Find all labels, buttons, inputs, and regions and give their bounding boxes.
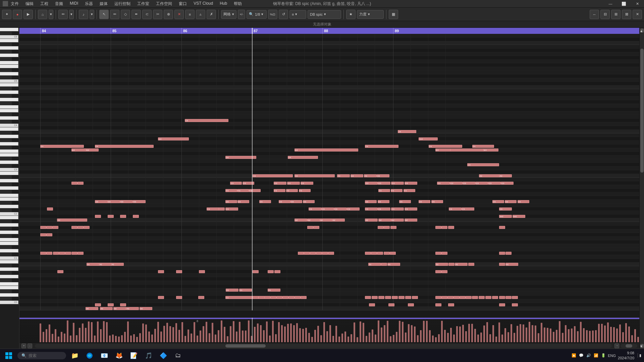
note-block-F4-3[interactable]: F4 [95,145,154,148]
start-button[interactable] [3,350,15,362]
note-block-A3-122[interactable]: A3 [377,174,389,177]
grid-row-39[interactable] [19,178,639,181]
grid-row-56[interactable] [19,240,639,244]
piano-key-F1[interactable] [0,238,18,242]
grid-row-41[interactable] [19,185,639,189]
note-block-C1-163[interactable] [412,296,418,299]
note-block-A2-142[interactable]: A2 [405,219,417,222]
note-block-G3-171[interactable]: G3 [450,182,463,185]
piano-key-D4[interactable] [0,116,18,120]
note-block-C1-206[interactable] [447,296,453,299]
piano-key-C#3[interactable] [0,164,12,168]
piano-key-E1[interactable] [0,242,18,245]
note-block-C2-149[interactable] [377,252,383,255]
piano-key-B2[interactable] [0,172,18,175]
piano-key-E0[interactable] [0,286,18,290]
grid-row-67[interactable] [19,281,639,285]
layout-btn4[interactable]: ✕ [633,10,642,19]
piano-key-G#5[interactable] [0,50,12,54]
grid-row-66[interactable] [19,277,639,281]
note-block-G2-15[interactable] [40,226,46,229]
grid-row-25[interactable] [19,126,639,130]
note-block-F3-78[interactable]: F3 [299,189,311,192]
note-block-C4-152[interactable]: C4 [467,163,499,166]
note-block-A1-197[interactable]: A1 [505,263,518,266]
note-block-A3-58[interactable]: A3 [253,174,293,177]
note-block-C1-68[interactable] [198,296,204,299]
grid-toggle[interactable]: +/- [238,10,245,19]
note-block-A1-12[interactable]: A1 [87,263,99,266]
note-block-G3-124[interactable]: G3 [378,182,390,185]
note-block-C1-215[interactable] [505,296,512,299]
menu-audio[interactable]: 音频 [54,0,64,7]
grid-row-69[interactable] [19,288,639,292]
piano-key-A1[interactable] [0,223,18,227]
note-block-C1-156[interactable] [365,296,371,299]
menu-help[interactable]: 帮助 [232,0,243,7]
grid-row-58[interactable] [19,248,639,251]
piano-key-C5[interactable]: C5 [0,79,18,83]
note-block-C1-159[interactable] [385,296,391,299]
grid-row-40[interactable] [19,181,639,185]
grid-row-72[interactable] [19,299,639,303]
grid-row-19[interactable] [19,104,639,108]
note-block-G4-165[interactable]: G4 [419,137,438,140]
note-block-D4-46[interactable]: D4 [225,156,256,159]
note-block-C3-8[interactable] [47,207,53,210]
note-block-G2-17[interactable] [52,226,58,229]
note-block-D3-7[interactable]: D3 [133,200,146,203]
note-block-C2-188[interactable] [435,252,441,255]
grid-row-46[interactable] [19,203,639,207]
menu-workspace[interactable]: 工作空间 [155,0,173,7]
note-block-A1-196[interactable] [499,263,505,266]
piano-key-D6[interactable] [0,28,18,32]
note-block-D3-81[interactable]: D3 [303,200,315,203]
note-block-C2-148[interactable] [371,252,377,255]
piano-key-C#0[interactable] [0,297,12,301]
note-block-F3-127[interactable]: F3 [378,189,390,192]
note-block-F4-0[interactable]: F4 [40,145,84,148]
toolbar-smart[interactable]: ✗ [207,10,216,19]
grid-row-0[interactable] [19,34,639,38]
grid-row-68[interactable] [19,285,639,288]
grid-row-2[interactable] [19,41,639,45]
note-block-A#0-37[interactable] [108,303,114,306]
note-block-G2-143[interactable] [378,226,384,229]
note-block-A1-14[interactable]: A1 [111,263,124,266]
piano-key-A#0[interactable] [0,264,12,267]
note-block-C2-24[interactable] [46,252,52,255]
toolbar-speaker-dropdown[interactable]: ▾ [90,10,94,19]
piano-key-C2[interactable]: C2 [0,212,18,216]
taskbar-folder[interactable]: 🗂 [172,350,184,362]
note-block-G3-175[interactable]: G3 [501,182,514,185]
note-block-C1-205[interactable] [441,296,447,299]
note-block-C1-209[interactable] [466,296,472,299]
grid-row-9[interactable] [19,67,639,71]
note-block-C2-23[interactable] [40,252,46,255]
toolbar-select[interactable]: ↖ [99,10,109,19]
note-block-G3-123[interactable]: G3 [365,182,378,185]
grid-row-64[interactable] [19,270,639,274]
piano-key-D#1[interactable] [0,245,12,249]
note-block-D3-5[interactable]: D3 [107,200,120,203]
note-block-G2-185[interactable] [441,226,447,229]
piano-key-G4[interactable] [0,98,18,102]
piano-key-F#5[interactable] [0,57,12,61]
piano-key-A5[interactable] [0,46,18,50]
note-block-F3-128[interactable]: F3 [391,189,402,192]
piano-key-F#4[interactable] [0,102,12,105]
note-block-F4-116[interactable]: F4 [429,145,462,148]
piano-key-F#3[interactable] [0,146,12,149]
note-block-G2-20[interactable] [84,226,90,229]
piano-key-A0[interactable] [0,267,18,271]
piano-key-B4[interactable] [0,83,18,87]
note-block-F3-51[interactable]: F3 [249,189,261,192]
note-block-C1-66[interactable] [158,296,164,299]
grid-row-24[interactable] [19,122,639,126]
grid-row-65[interactable] [19,274,639,277]
note-block-G3-59[interactable]: G3 [230,182,240,185]
note-block-C3-56[interactable] [219,207,225,210]
note-block-D3-179[interactable]: D3 [505,200,517,203]
note-block-G2-184[interactable] [435,226,441,229]
note-block-G1-35[interactable] [57,270,63,273]
